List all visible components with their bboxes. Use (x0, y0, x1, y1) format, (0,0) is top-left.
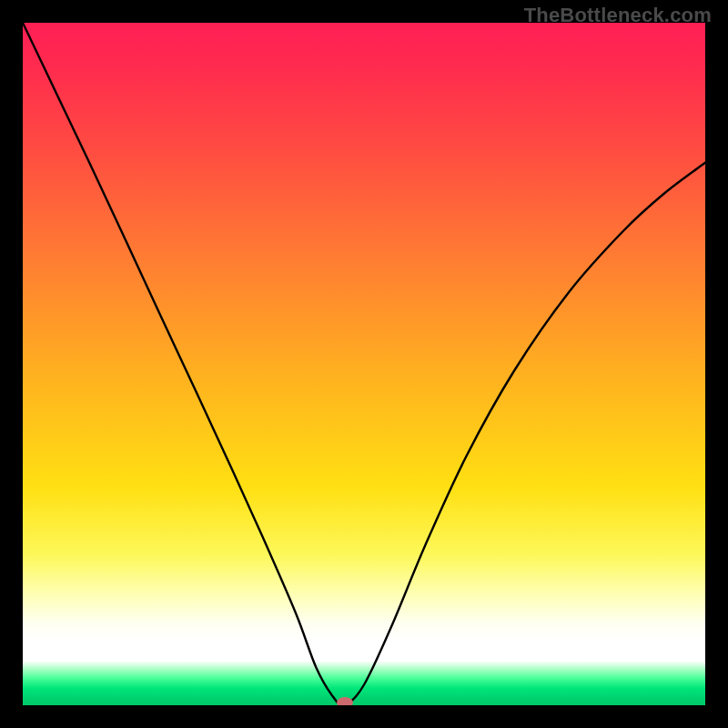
chart-frame: TheBottleneck.com (0, 0, 728, 728)
optimal-point-marker (337, 697, 353, 705)
bottleneck-curve (23, 23, 705, 705)
watermark-text: TheBottleneck.com (524, 4, 712, 27)
plot-area (23, 23, 705, 705)
curve-layer (23, 23, 705, 705)
